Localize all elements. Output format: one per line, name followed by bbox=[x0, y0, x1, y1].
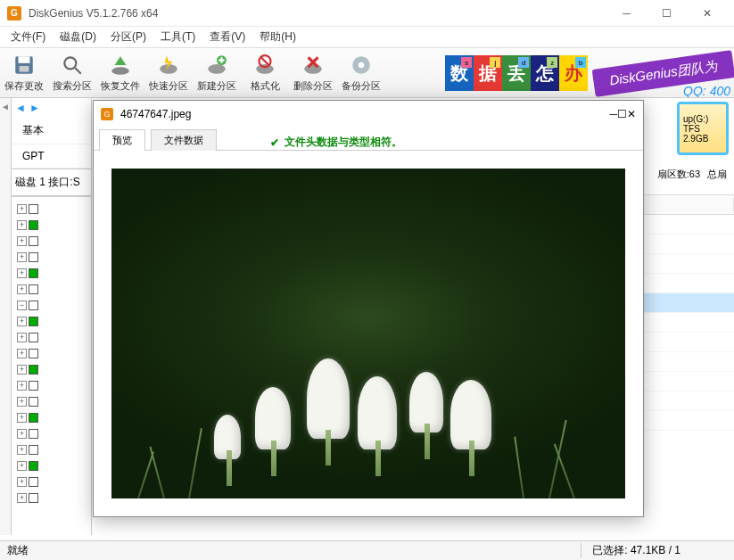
tree-row[interactable]: + bbox=[12, 393, 91, 409]
checkbox-icon[interactable] bbox=[29, 381, 38, 391]
expand-icon[interactable]: + bbox=[17, 252, 27, 262]
delete-icon bbox=[301, 53, 326, 78]
tree-row[interactable]: + bbox=[12, 409, 91, 425]
tool-format[interactable]: 格式化 bbox=[241, 53, 289, 93]
menu-item[interactable]: 磁盘(D) bbox=[53, 27, 103, 47]
checkbox-icon[interactable] bbox=[29, 236, 38, 246]
expand-icon[interactable]: + bbox=[17, 429, 27, 439]
tree-row[interactable]: + bbox=[12, 281, 91, 297]
tree-row[interactable]: + bbox=[12, 265, 91, 281]
file-tree[interactable]: ++++++−++++++++++++ bbox=[12, 196, 91, 535]
tool-new[interactable]: 新建分区 bbox=[193, 53, 241, 93]
preview-minimize-button[interactable]: ─ bbox=[609, 108, 617, 120]
expand-icon[interactable]: + bbox=[17, 381, 27, 391]
tree-row[interactable]: + bbox=[12, 377, 91, 393]
menubar: 文件(F)磁盘(D)分区(P)工具(T)查看(V)帮助(H) bbox=[0, 27, 734, 48]
checkbox-icon[interactable] bbox=[29, 397, 38, 407]
expand-icon[interactable]: + bbox=[17, 413, 27, 423]
recover-icon bbox=[108, 53, 133, 78]
checkbox-icon[interactable] bbox=[29, 284, 38, 294]
tool-quick[interactable]: 快速分区 bbox=[144, 53, 193, 93]
disk-map[interactable]: up(G:) TFS 2.9GB bbox=[677, 102, 729, 155]
expand-icon[interactable]: + bbox=[17, 477, 27, 487]
checkbox-icon[interactable] bbox=[29, 252, 38, 262]
expand-icon[interactable]: + bbox=[17, 333, 27, 342]
checkbox-icon[interactable] bbox=[29, 301, 38, 310]
close-button[interactable]: ✕ bbox=[687, 1, 727, 26]
left-gutter[interactable]: ◄ bbox=[0, 98, 12, 535]
preview-image bbox=[111, 169, 625, 498]
nav-fwd-icon[interactable]: ► bbox=[29, 102, 40, 114]
tree-row[interactable]: + bbox=[12, 490, 91, 506]
menu-item[interactable]: 帮助(H) bbox=[252, 27, 303, 47]
partition-block[interactable]: up(G:) TFS 2.9GB bbox=[677, 102, 729, 155]
svg-point-14 bbox=[359, 62, 365, 69]
tree-row[interactable]: + bbox=[12, 361, 91, 377]
tree-row[interactable]: + bbox=[12, 201, 91, 217]
window-title: DiskGenius V5.1.2.766 x64 bbox=[29, 7, 606, 20]
tree-row[interactable]: + bbox=[12, 474, 91, 490]
statusbar: 就绪 已选择: 47.1KB / 1 bbox=[0, 540, 734, 560]
tool-save[interactable]: 保存更改 bbox=[0, 53, 48, 93]
tool-search[interactable]: 搜索分区 bbox=[48, 53, 96, 93]
nav-back-icon[interactable]: ◄ bbox=[15, 102, 26, 114]
backup-icon bbox=[349, 53, 374, 78]
tool-recover[interactable]: 恢复文件 bbox=[96, 53, 144, 93]
checkbox-icon[interactable] bbox=[29, 268, 38, 278]
checkbox-icon[interactable] bbox=[29, 204, 38, 214]
svg-rect-1 bbox=[19, 56, 30, 63]
checkbox-icon[interactable] bbox=[29, 333, 38, 342]
checkbox-icon[interactable] bbox=[29, 429, 38, 439]
checkbox-icon[interactable] bbox=[29, 477, 38, 487]
tree-row[interactable]: + bbox=[12, 457, 91, 474]
tree-row[interactable]: − bbox=[12, 297, 91, 313]
tree-row[interactable]: + bbox=[12, 329, 91, 345]
disk-info: 磁盘 1 接口:S bbox=[12, 169, 91, 196]
maximize-button[interactable]: ☐ bbox=[647, 1, 687, 26]
checkbox-icon[interactable] bbox=[29, 220, 38, 230]
tree-row[interactable]: + bbox=[12, 217, 91, 233]
banner-char: 怎z bbox=[531, 55, 559, 91]
banner-char: 据j bbox=[474, 55, 502, 91]
expand-icon[interactable]: + bbox=[17, 268, 27, 278]
checkbox-icon[interactable] bbox=[29, 349, 38, 358]
expand-icon[interactable]: + bbox=[17, 220, 27, 230]
expand-icon[interactable]: + bbox=[17, 236, 27, 246]
checkbox-icon[interactable] bbox=[29, 493, 38, 503]
checkbox-icon[interactable] bbox=[29, 445, 38, 455]
minimize-button[interactable]: ─ bbox=[606, 1, 647, 26]
expand-icon[interactable]: + bbox=[17, 493, 27, 503]
preview-maximize-button[interactable]: ☐ bbox=[617, 108, 627, 120]
expand-icon[interactable]: − bbox=[17, 301, 27, 310]
expand-icon[interactable]: + bbox=[17, 397, 27, 407]
menu-item[interactable]: 查看(V) bbox=[202, 27, 252, 47]
checkbox-icon[interactable] bbox=[29, 317, 38, 326]
tool-backup[interactable]: 备份分区 bbox=[337, 53, 385, 93]
preview-close-button[interactable]: ✕ bbox=[627, 108, 636, 120]
tab-preview[interactable]: 预览 bbox=[99, 129, 145, 151]
expand-icon[interactable]: + bbox=[17, 445, 27, 455]
tree-row[interactable]: + bbox=[12, 313, 91, 329]
expand-icon[interactable]: + bbox=[17, 204, 27, 214]
tree-row[interactable]: + bbox=[12, 249, 91, 265]
checkbox-icon[interactable] bbox=[29, 461, 38, 471]
checkbox-icon[interactable] bbox=[29, 413, 38, 423]
status-selection: 已选择: 47.1KB / 1 bbox=[581, 543, 691, 558]
tree-row[interactable]: + bbox=[12, 425, 91, 441]
expand-icon[interactable]: + bbox=[17, 284, 27, 294]
menu-item[interactable]: 工具(T) bbox=[153, 27, 202, 47]
tree-row[interactable]: + bbox=[12, 345, 91, 361]
tree-row[interactable]: + bbox=[12, 233, 91, 249]
tab-filedata[interactable]: 文件数据 bbox=[151, 129, 217, 151]
tree-row[interactable]: + bbox=[12, 441, 91, 457]
expand-icon[interactable]: + bbox=[17, 317, 27, 326]
tool-delete[interactable]: 删除分区 bbox=[289, 53, 337, 93]
partition-name: up(G:) bbox=[683, 114, 722, 124]
expand-icon[interactable]: + bbox=[17, 365, 27, 375]
expand-icon[interactable]: + bbox=[17, 349, 27, 358]
expand-icon[interactable]: + bbox=[17, 461, 27, 471]
menu-item[interactable]: 分区(P) bbox=[103, 27, 153, 47]
svg-rect-2 bbox=[20, 66, 29, 72]
checkbox-icon[interactable] bbox=[29, 365, 38, 375]
menu-item[interactable]: 文件(F) bbox=[4, 27, 53, 47]
